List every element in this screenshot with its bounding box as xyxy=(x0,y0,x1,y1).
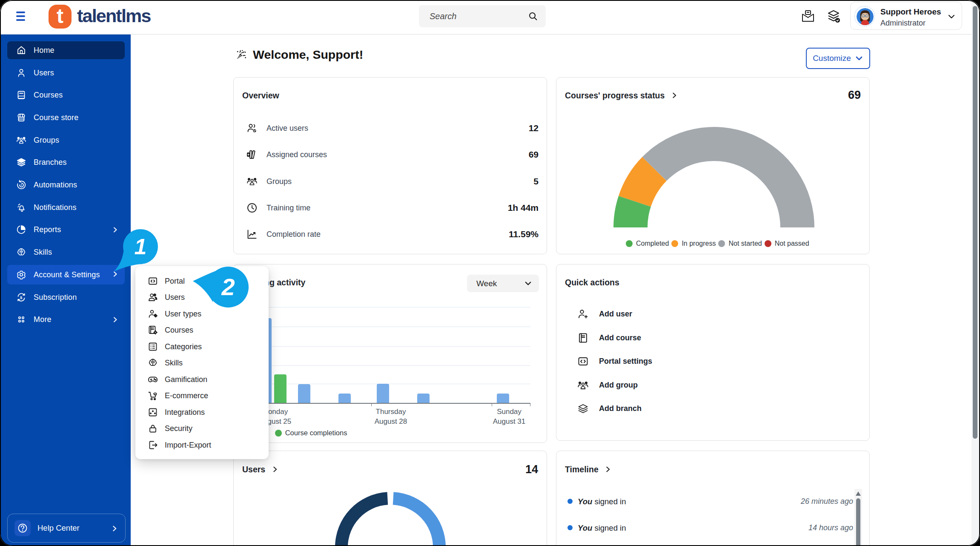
svg-text:1: 1 xyxy=(135,234,147,259)
svg-text:2: 2 xyxy=(221,273,235,300)
svg-text:$: $ xyxy=(20,295,23,300)
